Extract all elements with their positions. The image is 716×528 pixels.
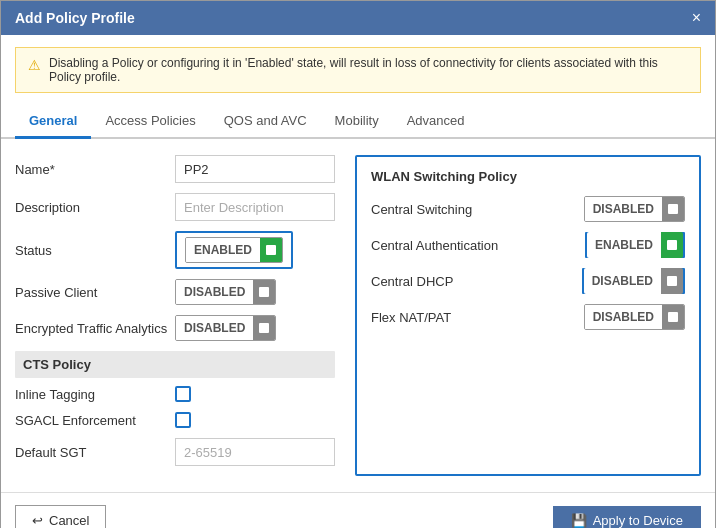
apply-icon: 💾 (571, 513, 587, 528)
cts-policy-title: CTS Policy (23, 357, 91, 376)
central-auth-row: Central Authentication ENABLED (371, 232, 685, 258)
central-switching-row: Central Switching DISABLED (371, 196, 685, 222)
warning-banner: ⚠ Disabling a Policy or configuring it i… (15, 47, 701, 93)
sgacl-row: SGACL Enforcement (15, 412, 335, 428)
central-dhcp-label: Central DHCP (371, 274, 453, 289)
central-auth-toggle[interactable]: ENABLED (585, 232, 685, 258)
description-label: Description (15, 200, 175, 215)
warning-icon: ⚠ (28, 57, 41, 73)
tab-general[interactable]: General (15, 105, 91, 139)
central-dhcp-row: Central DHCP DISABLED (371, 268, 685, 294)
central-dhcp-indicator (661, 268, 683, 294)
flex-nat-value: DISABLED (585, 305, 662, 329)
name-row: Name* (15, 155, 335, 183)
central-auth-label: Central Authentication (371, 238, 498, 253)
encrypted-traffic-row: Encrypted Traffic Analytics DISABLED (15, 315, 335, 341)
flex-nat-row: Flex NAT/PAT DISABLED (371, 304, 685, 330)
central-dhcp-toggle-inner[interactable]: DISABLED (584, 268, 683, 294)
status-toggle-btn[interactable]: ENABLED (185, 237, 283, 263)
default-sgt-label: Default SGT (15, 445, 175, 460)
default-sgt-row: Default SGT (15, 438, 335, 466)
inline-tagging-row: Inline Tagging (15, 386, 335, 402)
wlan-switching-section: WLAN Switching Policy Central Switching … (355, 155, 701, 476)
passive-client-label: Passive Client (15, 285, 175, 300)
cancel-icon: ↩ (32, 513, 43, 528)
encrypted-traffic-toggle[interactable]: DISABLED (175, 315, 276, 341)
modal-body: ⚠ Disabling a Policy or configuring it i… (1, 47, 715, 528)
central-dhcp-value: DISABLED (584, 268, 661, 294)
cts-policy-section: CTS Policy (15, 351, 335, 378)
central-dhcp-toggle[interactable]: DISABLED (582, 268, 685, 294)
warning-text: Disabling a Policy or configuring it in … (49, 56, 688, 84)
close-button[interactable]: × (692, 9, 701, 27)
name-label: Name* (15, 162, 175, 177)
flex-nat-label: Flex NAT/PAT (371, 310, 451, 325)
modal-title: Add Policy Profile (15, 10, 135, 26)
passive-client-toggle[interactable]: DISABLED (175, 279, 276, 305)
default-sgt-input[interactable] (175, 438, 335, 466)
modal-footer: ↩ Cancel 💾 Apply to Device (1, 492, 715, 528)
encrypted-traffic-label: Encrypted Traffic Analytics (15, 321, 175, 336)
description-input[interactable] (175, 193, 335, 221)
flex-nat-indicator (662, 305, 684, 329)
tab-mobility[interactable]: Mobility (321, 105, 393, 139)
status-row: Status ENABLED (15, 231, 335, 269)
tab-qos-avc[interactable]: QOS and AVC (210, 105, 321, 139)
form-area: Name* Description Status ENABLED (1, 155, 715, 476)
central-auth-toggle-inner[interactable]: ENABLED (587, 232, 683, 258)
apply-to-device-button[interactable]: 💾 Apply to Device (553, 506, 701, 528)
central-switching-label: Central Switching (371, 202, 472, 217)
passive-client-row: Passive Client DISABLED (15, 279, 335, 305)
status-toggle[interactable]: ENABLED (175, 231, 293, 269)
central-switching-value: DISABLED (585, 197, 662, 221)
status-toggle-indicator (260, 238, 282, 262)
modal-header: Add Policy Profile × (1, 1, 715, 35)
wlan-switching-title: WLAN Switching Policy (371, 169, 685, 184)
form-left: Name* Description Status ENABLED (15, 155, 355, 476)
sgacl-checkbox[interactable] (175, 412, 191, 428)
name-input[interactable] (175, 155, 335, 183)
central-switching-indicator (662, 197, 684, 221)
encrypted-traffic-value: DISABLED (176, 316, 253, 340)
flex-nat-toggle[interactable]: DISABLED (584, 304, 685, 330)
inline-tagging-checkbox[interactable] (175, 386, 191, 402)
passive-client-value: DISABLED (176, 280, 253, 304)
passive-client-indicator (253, 280, 275, 304)
status-toggle-label: ENABLED (186, 238, 260, 262)
status-label: Status (15, 243, 175, 258)
tab-access-policies[interactable]: Access Policies (91, 105, 209, 139)
central-auth-indicator (661, 232, 683, 258)
add-policy-profile-modal: Add Policy Profile × ⚠ Disabling a Polic… (0, 0, 716, 528)
tab-bar: General Access Policies QOS and AVC Mobi… (1, 105, 715, 139)
central-auth-value: ENABLED (587, 232, 661, 258)
sgacl-label: SGACL Enforcement (15, 413, 175, 428)
description-row: Description (15, 193, 335, 221)
tab-advanced[interactable]: Advanced (393, 105, 479, 139)
inline-tagging-label: Inline Tagging (15, 387, 175, 402)
central-switching-toggle[interactable]: DISABLED (584, 196, 685, 222)
encrypted-traffic-indicator (253, 316, 275, 340)
cancel-label: Cancel (49, 513, 89, 528)
apply-label: Apply to Device (593, 513, 683, 528)
cancel-button[interactable]: ↩ Cancel (15, 505, 106, 528)
